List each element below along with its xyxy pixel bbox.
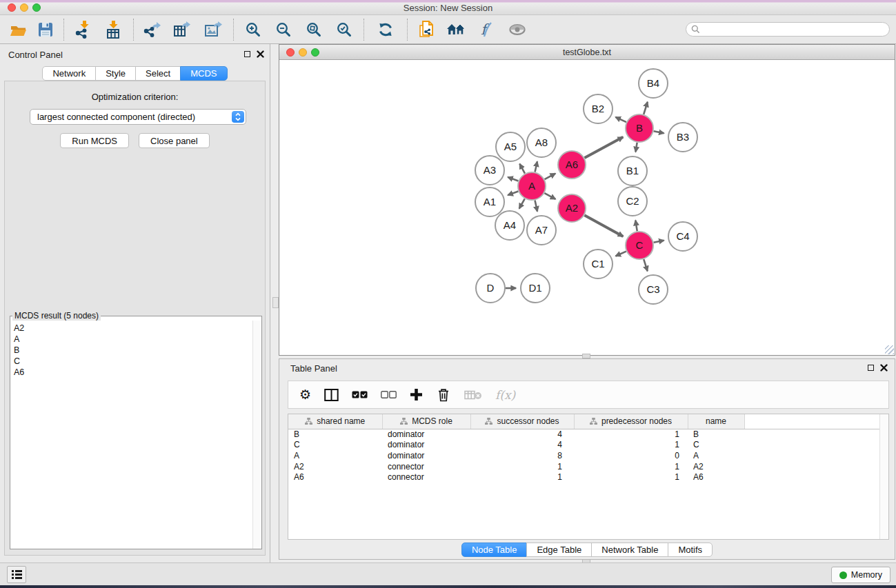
table-cell[interactable]: 1 bbox=[574, 461, 688, 472]
table-cell[interactable]: C bbox=[688, 440, 744, 451]
result-item[interactable]: A2 bbox=[14, 323, 252, 334]
graph-edge-C-C2[interactable] bbox=[635, 221, 637, 232]
close-panel-icon[interactable] bbox=[257, 50, 264, 58]
table-cell[interactable]: 4 bbox=[470, 429, 574, 440]
graph-edge-A-A8[interactable] bbox=[535, 161, 537, 172]
table-cell[interactable]: connector bbox=[382, 461, 470, 472]
table-row[interactable]: A2connector11A2 bbox=[288, 461, 888, 472]
graph-edge-A-A3[interactable] bbox=[508, 177, 518, 181]
table-cell[interactable]: 0 bbox=[574, 450, 688, 461]
graph-node-C4[interactable]: C4 bbox=[668, 222, 697, 251]
graph-edge-A-A7[interactable] bbox=[535, 201, 537, 212]
export-image-button[interactable] bbox=[197, 17, 229, 42]
tab-network[interactable]: Network bbox=[42, 66, 96, 81]
table-cell[interactable]: A2 bbox=[688, 461, 744, 472]
refresh-button[interactable] bbox=[368, 17, 403, 42]
column-header-MCDS-role[interactable]: MCDS role bbox=[382, 414, 470, 429]
table-cell[interactable]: 1 bbox=[470, 461, 574, 472]
import-table-button[interactable] bbox=[99, 17, 129, 42]
result-item[interactable]: C bbox=[14, 356, 252, 367]
graph-edge-A-A4[interactable] bbox=[519, 199, 525, 208]
node-table[interactable]: shared nameMCDS rolesuccessor nodesprede… bbox=[288, 414, 889, 540]
table-cell[interactable]: 8 bbox=[470, 450, 574, 461]
column-header-successor-nodes[interactable]: successor nodes bbox=[470, 414, 574, 429]
tab-node-table[interactable]: Node Table bbox=[461, 543, 528, 557]
tab-edge-table[interactable]: Edge Table bbox=[526, 543, 592, 557]
zoom-in-button[interactable] bbox=[238, 17, 268, 42]
zoom-out-button[interactable] bbox=[268, 17, 299, 42]
export-network-button[interactable] bbox=[138, 17, 167, 42]
graph-edge-C-C4[interactable] bbox=[654, 241, 664, 243]
open-session-button[interactable] bbox=[4, 17, 32, 42]
graph-node-D1[interactable]: D1 bbox=[521, 274, 550, 303]
graph-node-C[interactable]: C bbox=[626, 232, 653, 259]
table-cell[interactable]: 1 bbox=[574, 472, 688, 483]
graph-node-C2[interactable]: C2 bbox=[618, 187, 647, 216]
graph-node-B[interactable]: B bbox=[626, 114, 653, 142]
table-cell[interactable]: 1 bbox=[470, 472, 574, 483]
delete-column-button[interactable] bbox=[436, 387, 451, 402]
zoom-fit-button[interactable] bbox=[299, 17, 329, 42]
column-header-predecessor-nodes[interactable]: predecessor nodes bbox=[574, 414, 688, 429]
table-settings-button[interactable]: ⚙ bbox=[299, 388, 311, 401]
table-cell[interactable]: A2 bbox=[288, 461, 382, 472]
close-table-panel-icon[interactable] bbox=[880, 364, 888, 372]
table-cell[interactable]: A bbox=[688, 450, 744, 461]
result-scrollbar[interactable] bbox=[252, 321, 261, 549]
float-table-panel-icon[interactable] bbox=[868, 365, 874, 371]
search-field[interactable] bbox=[686, 22, 890, 37]
network-graph[interactable]: AA1A2A3A4A5A6A7A8BB1B2B3B4CC1C2C3C4DD1 bbox=[279, 61, 895, 355]
table-cell[interactable]: A6 bbox=[688, 472, 744, 483]
table-row[interactable]: Adominator80A bbox=[288, 450, 888, 461]
graph-node-A6[interactable]: A6 bbox=[558, 151, 586, 179]
graph-node-A4[interactable]: A4 bbox=[495, 211, 524, 240]
network-canvas[interactable]: AA1A2A3A4A5A6A7A8BB1B2B3B4CC1C2C3C4DD1 bbox=[279, 61, 895, 355]
deselect-all-rows-button[interactable] bbox=[381, 391, 397, 398]
search-input[interactable] bbox=[703, 25, 884, 34]
result-item[interactable]: A6 bbox=[14, 367, 252, 378]
table-cell[interactable]: A6 bbox=[288, 472, 382, 483]
table-cell[interactable]: dominator bbox=[382, 440, 470, 451]
graph-edge-C-C1[interactable] bbox=[616, 252, 626, 256]
graph-edge-A2-C[interactable] bbox=[584, 215, 623, 236]
table-cell[interactable]: 1 bbox=[574, 440, 688, 451]
table-cell[interactable]: 1 bbox=[574, 429, 688, 440]
graph-node-A2[interactable]: A2 bbox=[558, 194, 586, 222]
table-row[interactable]: Bdominator41B bbox=[288, 429, 888, 440]
import-network-button[interactable] bbox=[68, 17, 99, 42]
tab-motifs[interactable]: Motifs bbox=[668, 543, 713, 557]
window-resize-grip[interactable] bbox=[885, 345, 894, 354]
save-session-button[interactable] bbox=[32, 17, 59, 42]
tab-mcds[interactable]: MCDS bbox=[180, 66, 227, 81]
table-header-row[interactable]: shared nameMCDS rolesuccessor nodesprede… bbox=[288, 414, 888, 429]
zoom-selected-button[interactable] bbox=[329, 17, 359, 42]
table-cell[interactable]: 4 bbox=[470, 440, 574, 451]
graph-node-A5[interactable]: A5 bbox=[496, 132, 525, 161]
criterion-select[interactable]: largest connected component (directed) bbox=[30, 109, 246, 125]
graph-edge-A-A6[interactable] bbox=[545, 174, 556, 179]
graph-edge-A-A5[interactable] bbox=[519, 164, 525, 174]
vertical-splitter-grip[interactable] bbox=[272, 297, 279, 308]
table-cell[interactable]: dominator bbox=[382, 429, 470, 440]
graph-node-B2[interactable]: B2 bbox=[584, 94, 613, 123]
home-view-button[interactable] bbox=[441, 17, 471, 42]
run-mcds-button[interactable]: Run MCDS bbox=[60, 133, 129, 148]
graph-edge-B-B2[interactable] bbox=[615, 117, 626, 122]
graph-node-B3[interactable]: B3 bbox=[668, 123, 697, 152]
select-all-rows-button[interactable] bbox=[352, 391, 368, 398]
task-history-button[interactable] bbox=[7, 566, 26, 583]
graph-edge-A6-B[interactable] bbox=[584, 137, 623, 158]
export-table-button[interactable] bbox=[167, 17, 197, 42]
table-scrollbar[interactable] bbox=[879, 414, 888, 539]
graph-edge-C-C3[interactable] bbox=[644, 259, 647, 271]
vizmap-format-button[interactable]: f bbox=[471, 17, 501, 42]
graph-edge-B-B1[interactable] bbox=[635, 143, 637, 152]
result-item[interactable]: B bbox=[14, 345, 252, 356]
graph-node-B1[interactable]: B1 bbox=[618, 156, 647, 185]
graph-node-A1[interactable]: A1 bbox=[475, 187, 504, 216]
horizontal-splitter-grip[interactable] bbox=[582, 354, 590, 358]
graph-node-D[interactable]: D bbox=[476, 274, 505, 303]
graph-edge-B-B4[interactable] bbox=[644, 102, 648, 114]
table-cell[interactable]: connector bbox=[382, 472, 470, 483]
graph-node-B4[interactable]: B4 bbox=[639, 69, 668, 98]
